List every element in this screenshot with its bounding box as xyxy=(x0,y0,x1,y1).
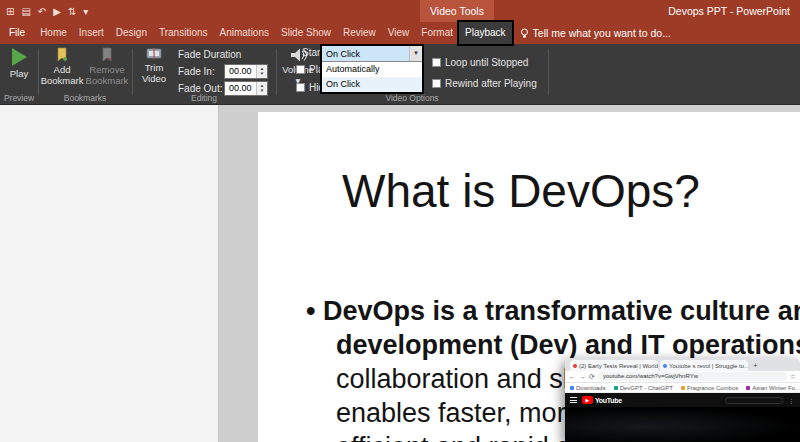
add-bookmark-label: AddBookmark xyxy=(41,65,84,86)
browser-window[interactable]: (2) Early Tests Reveal | World N… Youtub… xyxy=(565,358,800,442)
start-combobox-value: On Click xyxy=(322,49,409,59)
hide-while-not-playing-checkbox[interactable] xyxy=(296,83,305,92)
url-field[interactable]: youtube.com/watch?v=GwjVhnRYw xyxy=(598,372,787,381)
play-button[interactable]: Play xyxy=(2,47,36,80)
tab-view[interactable]: View xyxy=(382,22,416,44)
fade-duration-label: Fade Duration xyxy=(178,49,241,60)
fade-out-value: 00.00 xyxy=(229,83,252,93)
play-icon xyxy=(10,47,28,67)
fade-in-value: 00.00 xyxy=(229,66,252,76)
menu-icon[interactable] xyxy=(570,397,577,403)
tab-transitions[interactable]: Transitions xyxy=(153,22,214,44)
updown-icon[interactable]: ⇅ xyxy=(68,6,76,17)
lightbulb-icon xyxy=(520,28,529,39)
start-dropdown-annotation: On Click ▼ Automatically On Click xyxy=(320,44,424,94)
bookmark-item[interactable]: Downloads xyxy=(570,385,606,391)
ribbon-playback: Play Preview AddBookmark RemoveBookmark … xyxy=(0,44,800,105)
add-bookmark-icon xyxy=(55,47,69,63)
ribbon-tab-strip: File Home Insert Design Transitions Anim… xyxy=(0,22,800,44)
loop-until-stopped-row: Loop until Stopped xyxy=(432,57,528,68)
tab-animations[interactable]: Animations xyxy=(214,22,275,44)
group-divider xyxy=(548,49,549,95)
trim-video-icon xyxy=(146,47,162,61)
tab-slide-show[interactable]: Slide Show xyxy=(275,22,337,44)
group-label-bookmarks: Bookmarks xyxy=(38,93,132,103)
browser-tab-2-title: Youtube s revol | Struggle to… xyxy=(669,363,748,369)
bookmark-item[interactable]: Fragrance Combos xyxy=(681,385,738,391)
reload-icon[interactable]: ⟳ xyxy=(589,373,595,380)
customize-caret-icon[interactable]: ▾ xyxy=(83,6,88,17)
youtube-play-icon: ▶ xyxy=(582,396,593,404)
forward-icon[interactable]: → xyxy=(579,373,586,380)
youtube-logo-text: YouTube xyxy=(595,397,622,404)
bullet-marker: • xyxy=(306,296,315,326)
favicon xyxy=(614,386,618,390)
fade-in-input[interactable]: 00.00 ▲▼ xyxy=(224,64,268,79)
slide-title[interactable]: What is DevOps? xyxy=(342,164,700,218)
tab-review[interactable]: Review xyxy=(337,22,382,44)
remove-bookmark-button[interactable]: RemoveBookmark xyxy=(84,47,130,86)
back-icon[interactable]: ← xyxy=(569,373,576,380)
bookmark-item[interactable]: Asian Winter Fo… xyxy=(746,385,800,391)
start-option-on-click[interactable]: On Click xyxy=(322,77,422,92)
favicon xyxy=(681,386,685,390)
tab-playback[interactable]: Playback xyxy=(459,22,512,44)
remove-bookmark-icon xyxy=(100,47,114,63)
rewind-after-playing-label: Rewind after Playing xyxy=(445,78,537,89)
bookmarks-bar: Downloads DevGPT - ChatGPT Fragrance Com… xyxy=(565,383,800,393)
group-label-editing: Editing xyxy=(132,93,276,103)
group-divider xyxy=(276,49,277,95)
fade-in-spinner[interactable]: ▲▼ xyxy=(256,65,267,78)
tab-home[interactable]: Home xyxy=(34,22,73,44)
youtube-header: ▶ YouTube ⋮ xyxy=(565,393,800,407)
apps-icon[interactable]: ⊞ xyxy=(6,6,14,17)
undo-icon[interactable]: ↶ xyxy=(38,6,46,17)
play-label: Play xyxy=(10,69,28,80)
browser-tab-strip: (2) Early Tests Reveal | World N… Youtub… xyxy=(565,358,800,371)
group-divider xyxy=(132,49,133,95)
tell-me-box[interactable]: Tell me what you want to do... xyxy=(520,22,671,44)
add-bookmark-button[interactable]: AddBookmark xyxy=(42,47,82,86)
play-full-screen-checkbox[interactable] xyxy=(296,65,305,74)
window-title: Devops PPT - PowerPoint xyxy=(668,0,790,22)
contextual-tab-group-video-tools: Video Tools xyxy=(420,0,494,22)
browser-page-content: ▶ YouTube ⋮ xyxy=(565,393,800,442)
start-dropdown-list: Automatically On Click xyxy=(322,61,422,92)
browser-tab-2[interactable]: Youtube s revol | Struggle to… xyxy=(660,360,748,371)
browser-address-bar: ← → ⟳ youtube.com/watch?v=GwjVhnRYw ☆ xyxy=(565,371,800,383)
bookmark-item[interactable]: DevGPT - ChatGPT xyxy=(614,385,673,391)
rewind-after-playing-checkbox[interactable] xyxy=(432,79,441,88)
new-tab-button[interactable]: + xyxy=(753,360,758,371)
more-options-icon[interactable]: ⋮ xyxy=(788,397,795,404)
loop-until-stopped-checkbox[interactable] xyxy=(432,58,441,67)
trim-video-button[interactable]: TrimVideo xyxy=(136,47,172,84)
start-combobox[interactable]: On Click ▼ xyxy=(322,46,422,61)
youtube-search-input[interactable] xyxy=(725,397,783,404)
favicon xyxy=(663,364,667,368)
trim-video-label: TrimVideo xyxy=(142,63,166,84)
group-divider xyxy=(38,49,39,95)
tab-file[interactable]: File xyxy=(0,22,34,44)
quick-access-toolbar: ⊞ ▤ ↶ ▶ ⇅ ▾ xyxy=(6,0,88,22)
bullet-line-1: • DevOps is a transformative culture and xyxy=(306,294,800,328)
bookmark-star-icon[interactable]: ☆ xyxy=(790,373,796,380)
favicon xyxy=(746,386,750,390)
favicon xyxy=(573,364,577,368)
youtube-logo[interactable]: ▶ YouTube xyxy=(582,396,622,404)
fade-in-label: Fade In: xyxy=(178,66,215,77)
chevron-down-icon[interactable]: ▼ xyxy=(409,46,422,61)
tab-format[interactable]: Format xyxy=(415,22,459,44)
group-label-video-options: Video Options xyxy=(276,93,548,103)
tab-insert[interactable]: Insert xyxy=(73,22,110,44)
remove-bookmark-label: RemoveBookmark xyxy=(86,65,129,86)
favicon xyxy=(570,386,574,390)
browser-tab-1[interactable]: (2) Early Tests Reveal | World N… xyxy=(570,360,658,371)
save-icon[interactable]: ▤ xyxy=(21,6,30,17)
start-slideshow-icon[interactable]: ▶ xyxy=(53,6,61,17)
browser-tab-1-title: (2) Early Tests Reveal | World N… xyxy=(579,363,658,369)
slide-thumbnail-panel xyxy=(0,105,219,442)
group-label-preview: Preview xyxy=(0,93,38,103)
tab-design[interactable]: Design xyxy=(110,22,153,44)
start-option-automatically[interactable]: Automatically xyxy=(322,62,422,77)
tell-me-label: Tell me what you want to do... xyxy=(533,27,671,39)
